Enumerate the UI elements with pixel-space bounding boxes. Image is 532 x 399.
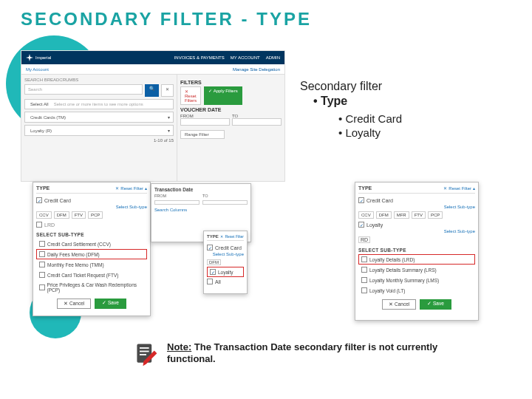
select-subtype-link[interactable]: Select Sub-type [207, 252, 244, 256]
subtype-pcp[interactable]: Price Privileges & Car Wash Redemptions … [36, 280, 147, 295]
subtype-lrs[interactable]: Loyalty Details Summary (LRS) [358, 265, 475, 275]
subbar-right[interactable]: Manage Site Delegation [233, 67, 280, 72]
subtype-lrd[interactable]: Loyalty Details (LRD) [358, 254, 475, 265]
select-all-row[interactable]: Select All Select one or more items to s… [24, 99, 174, 109]
explanatory-text: Secondary filter Type Credit Card Loyalt… [300, 80, 507, 140]
select-subtype-header: SELECT SUB-TYPE [36, 232, 147, 237]
breadcrumb-heading: SEARCH BREADCRUMBS [24, 78, 174, 82]
select-subtype-link[interactable]: Select Sub-type [36, 205, 147, 209]
all-row[interactable]: All [207, 277, 244, 286]
svg-rect-3 [140, 351, 149, 352]
reset-filters-button[interactable]: ✕ Reset Filters [180, 86, 201, 105]
brand-logo: Imperial [26, 54, 51, 61]
cancel-button[interactable]: ✕ Cancel [382, 299, 416, 310]
brand-text: Imperial [35, 55, 51, 60]
note-body-a: The Transaction Date secondary filter is… [191, 341, 437, 352]
code-dfm[interactable]: DFM [54, 211, 69, 219]
select-subtype-cc[interactable]: Select Sub-type [358, 205, 475, 209]
svg-rect-4 [140, 354, 146, 355]
code-ccv[interactable]: CCV [36, 211, 52, 219]
subtype-ccv[interactable]: Credit Card Settlement (CCV) [36, 239, 147, 249]
lrd-row[interactable]: LRD [36, 220, 147, 229]
cc-row[interactable]: ✓Credit Card [207, 243, 244, 252]
code-pills: CCV DFM FTV PCP [36, 211, 147, 219]
search-button[interactable]: 🔍 [145, 84, 159, 97]
note-lead: Note: [167, 341, 191, 352]
select-subtype-loyalty[interactable]: Select Sub-type [358, 229, 475, 233]
popup-type-creditcard: TYPE ✕ Reset Filter ▴ ✓Credit Card Selec… [33, 182, 151, 316]
svg-rect-2 [140, 347, 149, 349]
subtype-dfm[interactable]: Daily Fees Memo (DFM) [36, 249, 147, 259]
code-ftv[interactable]: FTV [72, 211, 86, 219]
td-title: Transaction Date [154, 187, 248, 192]
heading-secondary-filter: Secondary filter [300, 80, 507, 93]
popup-type-compact: TYPE ✕Reset Filter ✓Credit Card Select S… [203, 231, 248, 294]
cancel-button[interactable]: ✕ Cancel [57, 299, 91, 309]
app-subbar: My Account Manage Site Delegation [21, 64, 284, 75]
screenshot-dashboard: Imperial INVOICES & PAYMENTS MY ACCOUNT … [21, 50, 285, 182]
subtype-lt[interactable]: Loyalty Void (LT) [358, 285, 475, 296]
reset-filter-link[interactable]: ✕ Reset Filter ▴ [443, 185, 475, 191]
voucher-date-heading: VOUCHER DATE [180, 107, 282, 112]
td-to-input[interactable] [202, 200, 248, 205]
note-body-b: functional. [167, 353, 216, 364]
subtype-tmm[interactable]: Monthly Fee Memo (TMM) [36, 259, 147, 270]
popup-type-loyalty: TYPE ✕ Reset Filter ▴ ✓Credit Card Selec… [355, 182, 479, 321]
credit-card-checkbox-row[interactable]: ✓Credit Card [36, 196, 147, 205]
app-topbar: Imperial INVOICES & PAYMENTS MY ACCOUNT … [21, 51, 284, 64]
search-columns-link[interactable]: Search Columns [154, 208, 248, 212]
row-loyalty[interactable]: Loyalty (R) ▾ [24, 125, 174, 136]
topbar-menu: INVOICES & PAYMENTS MY ACCOUNT ADMIN [174, 55, 280, 60]
note-icon [133, 341, 160, 368]
subbar-left: My Account [26, 67, 49, 72]
loyalty-row[interactable]: ✓Loyalty [358, 220, 475, 229]
save-button[interactable]: ✓ Save [95, 299, 126, 309]
bullet-type: Type [300, 95, 507, 108]
credit-card-row[interactable]: ✓Credit Card [358, 196, 475, 205]
note-block: Note: The Transaction Date secondary fil… [133, 341, 488, 368]
menu-admin[interactable]: ADMIN [266, 55, 280, 60]
to-date-input[interactable] [232, 118, 282, 126]
bullet-creditcard: Credit Card [300, 112, 507, 125]
range-filter-button[interactable]: Range Filter [180, 130, 225, 139]
search-input[interactable]: Search [24, 84, 143, 95]
paging-text: 1-10 of 15 [24, 138, 174, 143]
svg-marker-0 [26, 54, 33, 61]
apply-filters-button[interactable]: ✓ Apply Filters [204, 86, 242, 105]
clear-button[interactable]: ✕ [161, 84, 174, 97]
loyalty-row[interactable]: ✓Loyalty [207, 267, 244, 277]
left-column: SEARCH BREADCRUMBS Search 🔍 ✕ Select All… [21, 75, 177, 181]
menu-invoices[interactable]: INVOICES & PAYMENTS [174, 55, 225, 60]
subtype-lms[interactable]: Loyalty Monthly Summary (LMS) [358, 275, 475, 285]
from-date-input[interactable] [180, 118, 230, 126]
td-from-input[interactable] [154, 200, 200, 205]
popup-title: TYPE [36, 185, 50, 191]
subtype-ftv[interactable]: Credit Card Ticket Request (FTV) [36, 270, 147, 280]
bullet-loyalty: Loyalty [300, 126, 507, 139]
reset-filter-link[interactable]: ✕ Reset Filter ▴ [115, 185, 147, 191]
menu-myaccount[interactable]: MY ACCOUNT [231, 55, 260, 60]
right-column: FILTERS ✕ Reset Filters ✓ Apply Filters … [177, 75, 284, 181]
code-pcp[interactable]: PCP [88, 211, 103, 219]
filters-heading: FILTERS [180, 80, 282, 85]
save-button[interactable]: ✓ Save [420, 299, 451, 310]
slide-title: SECONDARY FILTER - TYPE [21, 9, 312, 30]
row-credit-cards[interactable]: Credit Cards (TM) ▾ [24, 112, 174, 123]
reset-filter-link[interactable]: ✕Reset Filter [220, 234, 244, 239]
